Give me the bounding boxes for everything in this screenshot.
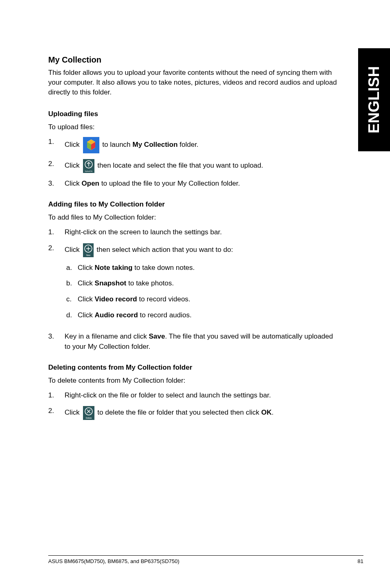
- deleting-heading: Deleting contents from My Collection fol…: [48, 364, 338, 372]
- step-text: to launch: [102, 141, 132, 149]
- uploading-section: Uploading files To upload files: 1. Clic…: [48, 110, 338, 189]
- sub-step-b: b. Click Snapshot to take photos.: [65, 278, 338, 289]
- deleting-section: Deleting contents from My Collection fol…: [48, 364, 338, 420]
- step-number: 3.: [48, 332, 65, 342]
- new-plus-icon: New: [83, 243, 94, 257]
- sub-step-c: c. Click Video record to record videos.: [65, 294, 338, 305]
- deleting-step-2: 2. Click Delete to dele: [48, 406, 338, 420]
- adding-step-1: 1. Right-click on the screen to launch t…: [48, 227, 338, 238]
- intro-paragraph: This folder allows you to upload your fa…: [48, 68, 338, 97]
- page-content: My Collection This folder allows you to …: [48, 55, 338, 420]
- step-bold: My Collection: [132, 141, 178, 149]
- sub-letter: d.: [65, 310, 78, 321]
- adding-lead: To add files to My Collection folder:: [48, 213, 338, 222]
- sub-letter: c.: [65, 294, 78, 305]
- step-text: Click: [65, 162, 82, 170]
- step-number: 2.: [48, 406, 65, 416]
- deleting-step-1: 1. Right-click on the file or folder to …: [48, 391, 338, 401]
- deleting-lead: To delete contents from My Collection fo…: [48, 377, 338, 385]
- section-title: My Collection: [48, 55, 338, 65]
- step-text: Key in a filename and click: [65, 332, 149, 340]
- step-text: then select which action that you want t…: [96, 246, 233, 254]
- upload-step-2: 2. Click Upload file th: [48, 159, 338, 173]
- step-number: 1.: [48, 391, 65, 401]
- upload-file-icon: Upload file: [83, 159, 94, 173]
- sub-step-a: a. Click Note taking to take down notes.: [65, 263, 338, 273]
- step-text: .: [271, 409, 273, 417]
- adding-step-3: 3. Key in a filename and click Save. The…: [48, 332, 338, 352]
- step-text: Click: [65, 180, 82, 187]
- step-text: Click: [65, 409, 82, 417]
- delete-x-icon: Delete: [83, 406, 94, 420]
- step-text: folder.: [178, 141, 199, 149]
- step-text: Click: [65, 141, 82, 149]
- sub-letter: b.: [65, 278, 78, 289]
- step-text: Right-click on the screen to launch the …: [65, 227, 338, 238]
- page-footer: ASUS BM6675(MD750), BM6875, and BP6375(S…: [48, 555, 363, 564]
- my-collection-app-icon: [83, 137, 99, 153]
- sub-step-d: d. Click Audio record to record audios.: [65, 310, 338, 321]
- step-bold: Save: [149, 332, 165, 340]
- step-number: 1.: [48, 137, 65, 147]
- uploading-heading: Uploading files: [48, 110, 338, 118]
- step-number: 2.: [48, 159, 65, 169]
- step-number: 2.: [48, 243, 65, 254]
- step-text: Click: [65, 246, 82, 254]
- step-bold: Open: [82, 180, 99, 187]
- footer-product: ASUS BM6675(MD750), BM6875, and BP6375(S…: [48, 558, 179, 564]
- step-text: to delete the file or folder that you se…: [97, 409, 261, 417]
- page-number: 81: [358, 558, 363, 564]
- step-number: 1.: [48, 227, 65, 238]
- uploading-lead: To upload files:: [48, 123, 338, 131]
- upload-step-3: 3. Click Open to upload the file to your…: [48, 179, 338, 189]
- step-text: to upload the file to your My Collection…: [99, 180, 240, 187]
- step-bold: OK: [261, 409, 272, 417]
- svg-text:Delete: Delete: [85, 417, 92, 419]
- adding-heading: Adding files to My Collection folder: [48, 200, 338, 209]
- svg-text:Upload file: Upload file: [85, 170, 93, 172]
- sub-letter: a.: [65, 263, 78, 273]
- step-text: Right-click on the file or folder to sel…: [65, 391, 338, 401]
- adding-section: Adding files to My Collection folder To …: [48, 200, 338, 352]
- upload-step-1: 1. Click to launch My: [48, 137, 338, 153]
- adding-step-2: 2. Click New then selec: [48, 243, 338, 326]
- step-number: 3.: [48, 179, 65, 189]
- svg-text:New: New: [86, 254, 90, 256]
- step-text: then locate and select the file that you…: [97, 162, 263, 170]
